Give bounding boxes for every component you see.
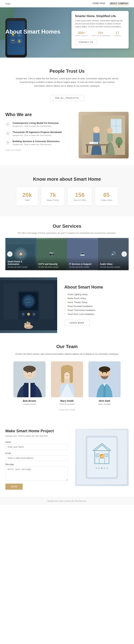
svg-point-45: [27, 372, 28, 373]
about-list-item-2: Media Room Setup: [64, 297, 127, 300]
svg-text:📶: 📶: [100, 454, 104, 458]
team-subtitle: Ut enim ad minim veniam, quis nostrud ex…: [15, 352, 119, 356]
see-all-products-button[interactable]: SEE ALL PRODUCTS: [50, 95, 84, 101]
svg-rect-11: [89, 142, 98, 144]
contact-section: Make Smart Home Project Sample text. Cli…: [0, 422, 134, 497]
svg-rect-5: [93, 133, 100, 142]
svg-point-75: [101, 468, 103, 469]
contact-form: Make Smart Home Project Sample text. Cli…: [5, 429, 68, 490]
service-card-3: 💻 IT Services & Support Ut enim ad minim…: [67, 238, 98, 270]
who-left: Who We are 1 Contemporary Living Model F…: [5, 112, 73, 151]
who-item-3: 3 Building Services & Consumer Electroni…: [5, 140, 73, 146]
bob-role: creative leader: [13, 403, 46, 405]
svg-text:22°C: 22°C: [26, 298, 31, 301]
svg-text:💻: 💻: [80, 252, 85, 256]
send-button[interactable]: SEND: [5, 484, 23, 490]
mary-photo: [51, 362, 83, 397]
svg-point-44: [23, 366, 36, 372]
services-section: Our Services We offer a full range of ho…: [0, 216, 134, 278]
know-stat-ideas: 65 Unique Ideas: [95, 187, 118, 206]
slider-prev-button[interactable]: ‹: [7, 252, 12, 257]
about-home-title: About Smart Home: [64, 284, 127, 290]
nick-role: sales manager: [88, 403, 121, 405]
about-list-item-3: Home Theater Setup: [64, 301, 127, 304]
mary-name: Mary Smith: [51, 400, 83, 402]
about-home-image: 22°C AUTO: [0, 278, 57, 333]
learn-more-button[interactable]: LEARN MORE: [64, 320, 89, 326]
nav-about[interactable]: ABOUT COMPANY: [110, 2, 129, 5]
svg-rect-71: [96, 454, 99, 457]
email-label: Email: [5, 452, 68, 454]
svg-point-61: [102, 372, 103, 373]
svg-rect-7: [107, 134, 113, 142]
team-image-credit: Images from Freepik: [5, 409, 129, 411]
about-home-content: About Smart Home Smart Lighting Setup Me…: [57, 278, 134, 333]
nick-name: Nick Dark: [88, 400, 121, 402]
svg-point-35: [22, 313, 25, 316]
svg-point-76: [104, 468, 105, 469]
svg-point-77: [107, 468, 108, 469]
team-member-nick: Nick Dark sales manager: [88, 362, 121, 405]
who-item-1: 1 Contemporary Living Model For Everyone…: [5, 122, 73, 127]
logo: logo: [5, 2, 11, 5]
svg-point-36: [27, 313, 30, 316]
svg-text:🔊: 🔊: [111, 252, 116, 256]
svg-point-4: [93, 126, 100, 133]
trust-text: Sample text. Click to select the Text El…: [15, 77, 119, 88]
message-input[interactable]: [5, 466, 68, 481]
trust-section: People Trust Us Sample text. Click to se…: [0, 58, 134, 108]
who-item-2: 2 Thousands Of Ingenious Projects Worldw…: [5, 131, 73, 136]
service-card-2: 📷 CCTV and Security Ut enim ad minim ven…: [36, 238, 67, 270]
svg-rect-55: [70, 368, 73, 383]
svg-point-60: [99, 366, 110, 372]
contact-image: 📶: [75, 429, 129, 486]
about-list-item-4: Smart Doorbell Installation: [64, 305, 127, 308]
team-section: Our Team Ut enim ad minim veniam, quis n…: [0, 333, 134, 421]
navbar: logo HOME PAGE ABOUT COMPANY: [0, 0, 134, 7]
slider-next-button[interactable]: ›: [122, 252, 127, 257]
svg-point-37: [33, 313, 35, 316]
svg-point-56: [65, 372, 66, 373]
name-input[interactable]: [5, 444, 68, 450]
svg-point-32: [24, 296, 34, 306]
nick-photo: [88, 362, 121, 397]
footer: Sample text. Click to select the Text El…: [0, 497, 134, 505]
know-section: Know more about Smart Home 20k Tasks 7k …: [0, 166, 134, 216]
stat-happy-clients: 300+ HAPPY CLIENTS: [75, 31, 88, 36]
contact-title: Make Smart Home Project: [5, 429, 68, 433]
svg-rect-10: [106, 146, 108, 153]
svg-point-13: [115, 137, 123, 146]
who-image: [79, 112, 129, 158]
bob-photo: [13, 362, 46, 397]
know-title: Know more about Smart Home: [5, 176, 129, 182]
about-list-item-5: Smart Thermostat Installation: [64, 309, 127, 312]
know-stat-coffee: 156 Cups of Coffee: [68, 187, 92, 206]
email-field-group: Email: [5, 452, 68, 461]
services-cards: 🏠 Smart Home & Automation Ut enim ad min…: [5, 238, 129, 270]
name-label: Name: [5, 441, 68, 444]
who-title: Who We are: [5, 112, 73, 117]
email-input[interactable]: [5, 455, 68, 461]
about-list-item-6: Smart Door Lock Installation: [64, 313, 127, 316]
hero-title: About Smart Homes: [5, 28, 60, 35]
nav-home[interactable]: HOME PAGE: [93, 2, 105, 5]
services-slider: ‹ 🏠 Smart Home & Automation Ut enim ad m…: [5, 238, 129, 270]
svg-rect-72: [104, 454, 108, 457]
svg-point-6: [107, 128, 113, 134]
message-label: Message: [5, 463, 68, 466]
services-title: Our Services: [5, 224, 129, 229]
contact-us-button[interactable]: CONTACT US: [75, 40, 97, 45]
svg-point-74: [98, 468, 100, 469]
about-home-section: 22°C AUTO About Smart Home Smart Lightin…: [0, 278, 134, 333]
services-subtitle: We offer a full range of home automation…: [5, 232, 129, 234]
stat-awards: 17 AWARDS: [114, 31, 121, 36]
hero-card-title: Smarter Home. Simplified Life.: [75, 14, 125, 18]
svg-point-62: [106, 372, 107, 373]
name-field-group: Name: [5, 441, 68, 450]
trust-title: People Trust Us: [5, 68, 129, 74]
svg-rect-41: [24, 323, 26, 328]
hero-card: Smarter Home. Simplified Life. Lorem ips…: [71, 11, 129, 48]
svg-text:📷: 📷: [49, 252, 54, 256]
team-title: Our Team: [5, 344, 129, 349]
svg-rect-8: [86, 144, 109, 146]
